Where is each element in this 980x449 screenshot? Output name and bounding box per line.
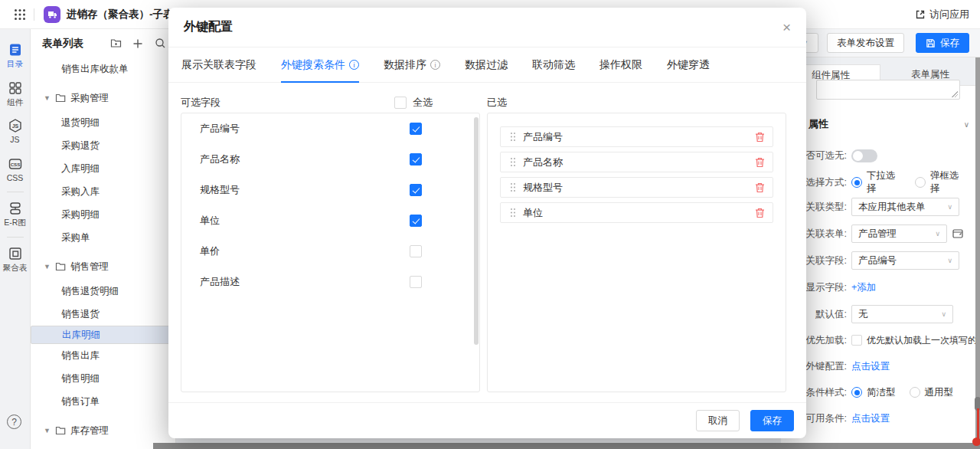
field-name: 规格型号 [523,181,563,195]
app-grid-icon[interactable] [14,8,26,21]
modal-tab[interactable]: 数据过滤 [465,48,508,83]
modal-tab[interactable]: 联动筛选 [532,48,575,83]
available-field-row: 单位 [181,205,479,236]
field-checkbox[interactable] [410,276,422,288]
modal-tab[interactable]: 外键搜索条件i [281,48,359,83]
trash-icon[interactable] [755,132,765,143]
field-checkbox[interactable] [410,153,422,166]
form-tree-item[interactable]: 销售出库收款单 [31,57,175,80]
selected-field-row[interactable]: 规格型号 [500,177,773,198]
available-condition-link[interactable]: 点击设置 [851,412,890,425]
list-scrollbar-thumb[interactable] [474,117,479,345]
modal-save-label: 保存 [763,415,782,428]
modal-tab[interactable]: 外键穿透 [667,48,710,83]
form-tree-item[interactable]: 采购单 [31,226,175,249]
field-checkbox[interactable] [410,245,422,257]
selected-field-row[interactable]: 产品名称 [500,152,773,172]
css-icon: CSS [8,156,23,172]
sidebar-item-er-diagram[interactable]: E-R图 [0,195,31,234]
modal-tab[interactable]: 展示关联表字段 [181,48,256,83]
close-icon[interactable]: × [782,20,791,34]
row-extra-display-fields: 附加显示字段: +添加 [781,278,974,297]
drag-handle-icon[interactable] [510,132,516,142]
properties-section-header[interactable]: 属性 ∨ [808,117,969,131]
relation-field-select[interactable]: 产品编号 ∨ [851,251,959,270]
form-tree-group[interactable]: ▼库存管理 [31,419,175,442]
cancel-button[interactable]: 取消 [696,410,740,431]
relation-type-select[interactable]: 本应用其他表单 ∨ [851,198,959,216]
resize-handle[interactable] [952,91,958,97]
form-tree-item[interactable]: 销售出库 [31,344,175,367]
radio-general-style[interactable] [910,387,920,398]
radio-label: 下拉选择 [867,169,901,195]
relation-form-select[interactable]: 产品管理 ∨ [851,224,947,243]
field-checkbox[interactable] [410,123,422,135]
sidebar-item-aggregate-table[interactable]: 聚合表 [0,241,31,279]
sidebar-label: 聚合表 [3,264,28,272]
radio-dropdown-select[interactable] [851,177,862,188]
drag-handle-icon[interactable] [510,182,516,192]
sidebar-item-components[interactable]: 组件 [0,75,31,113]
field-name: 产品编号 [523,130,563,144]
form-tree-item[interactable]: 入库明细 [31,157,175,180]
selected-field-row[interactable]: 单位 [500,202,773,223]
form-tree-item[interactable]: 采购明细 [31,203,175,226]
er-diagram-icon [8,201,23,216]
section-title: 属性 [808,117,828,131]
add-display-field-link[interactable]: +添加 [851,281,876,294]
drag-handle-icon[interactable] [510,157,516,167]
app-logo-icon[interactable] [44,6,60,23]
form-tree-item[interactable]: 销售明细 [31,367,175,390]
drag-handle-icon[interactable] [510,208,516,218]
open-form-icon[interactable] [952,228,964,240]
radio-popup-select[interactable] [915,177,926,188]
description-textarea[interactable] [816,80,960,100]
modal-save-button[interactable]: 保存 [750,410,794,431]
select-all-checkbox[interactable] [394,97,407,109]
trash-icon[interactable] [755,182,765,193]
form-tree-item[interactable]: 销售订单 [31,390,175,413]
row-preload: i 优先加载: 优先默认加载上一次填写的值 [781,331,974,349]
form-publish-settings-button[interactable]: 表单发布设置 [827,33,904,53]
search-icon[interactable] [154,38,166,50]
fk-config-link[interactable]: 点击设置 [851,360,890,373]
new-folder-icon[interactable] [109,38,122,50]
modal-tab[interactable]: 数据排序i [384,48,440,83]
selected-field-row[interactable]: 产品编号 [500,126,773,147]
row-fk-config: 外键配置: 点击设置 [781,357,974,375]
help-icon[interactable]: ? [7,415,21,429]
trash-icon[interactable] [755,208,765,218]
breadcrumb-app-title[interactable]: 进销存（聚合表）-子表 [67,8,174,21]
form-tree-item[interactable]: 退货明细 [31,111,175,134]
sidebar-item-directory[interactable]: 目录 [0,37,31,75]
field-checkbox[interactable] [410,184,422,196]
row-relation-form: 关联表单: 产品管理 ∨ [781,224,974,243]
field-checkbox[interactable] [410,215,422,227]
trash-icon[interactable] [755,157,765,168]
visit-app-button[interactable]: 访问应用 [915,8,969,21]
modal-title: 外键配置 [184,19,233,35]
default-value-select[interactable]: 无 ∨ [851,305,953,323]
form-tree-item[interactable]: 销售退货 [31,303,175,326]
field-name: 产品描述 [200,275,240,289]
radio-simple-style[interactable] [851,387,862,398]
modal-tab[interactable]: 操作权限 [599,48,642,83]
optional-none-toggle[interactable] [851,149,877,162]
scrollbar-red-indicator [977,408,979,441]
toolbar-save-button[interactable]: 保存 [916,33,969,53]
form-tree-item[interactable]: 采购退货 [31,134,175,157]
preload-checkbox[interactable] [851,335,862,346]
row-relation-type: 关联类型: 本应用其他表单 ∨ [781,198,974,216]
sidebar-item-css[interactable]: CSS CSS [0,151,31,189]
svg-text:JS: JS [11,123,18,129]
add-form-icon[interactable] [132,38,144,50]
horizontal-scrollbar-track[interactable] [153,443,980,449]
vertical-scrollbar-track[interactable] [975,57,980,443]
form-tree-item[interactable]: 出库明细 [31,326,175,344]
form-tree-item[interactable]: 销售退货明细 [31,280,175,303]
form-tree-group[interactable]: ▼采购管理 [31,87,175,110]
form-tree-item[interactable]: 采购入库 [31,180,175,203]
sidebar-item-js[interactable]: JS JS [0,113,31,151]
form-tree-group[interactable]: ▼销售管理 [31,255,175,278]
save-icon [926,38,936,48]
